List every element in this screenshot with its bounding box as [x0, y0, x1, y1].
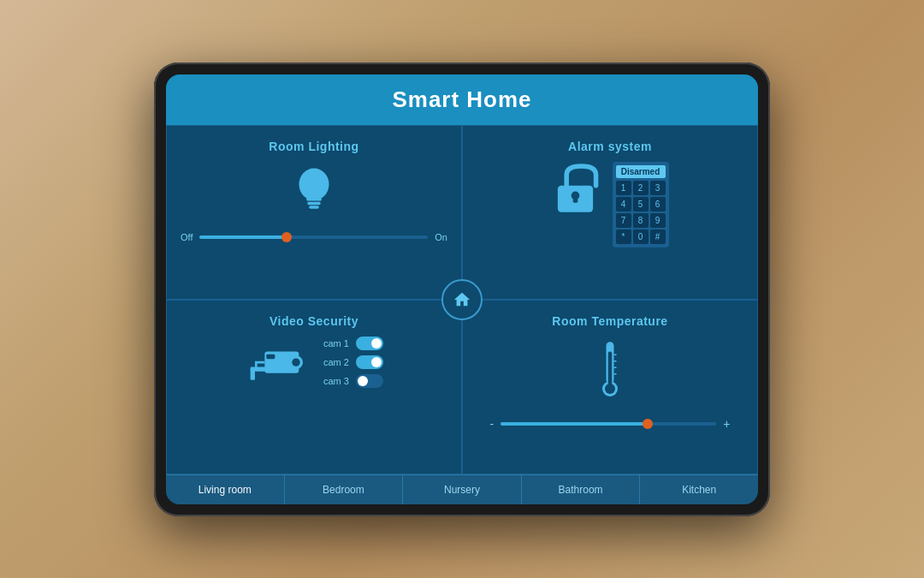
keypad-key-4[interactable]: 4: [616, 197, 631, 212]
security-content: cam 1 cam 2 cam 3: [181, 337, 447, 388]
video-security-panel: Video Security: [166, 300, 462, 474]
svg-rect-6: [572, 195, 578, 202]
keypad-key-2[interactable]: 2: [633, 181, 649, 195]
cam2-row: cam 2: [323, 355, 383, 369]
temp-track[interactable]: [500, 422, 716, 426]
tablet-screen: Smart Home Room Lighting: [166, 74, 758, 504]
nav-bedroom[interactable]: Bedroom: [285, 475, 404, 504]
bulb-icon: [288, 162, 340, 225]
nav-kitchen[interactable]: Kitchen: [640, 475, 758, 504]
app-header: Smart Home: [166, 74, 758, 125]
keypad-key-0[interactable]: 0: [633, 229, 649, 244]
main-grid: Room Lighting Off On: [166, 125, 758, 474]
cam1-label: cam 1: [323, 338, 351, 349]
lighting-track[interactable]: [199, 235, 428, 239]
video-security-title: Video Security: [270, 314, 358, 328]
cam3-knob: [358, 376, 368, 386]
keypad-key-star[interactable]: *: [616, 229, 631, 244]
alarm-keypad[interactable]: Disarmed 1 2 3 4 5 6 7 8 9 * 0: [613, 162, 669, 247]
cam1-knob: [371, 338, 382, 349]
alarm-system-panel: Alarm system Di: [462, 125, 758, 300]
temp-content: - +: [477, 337, 743, 431]
svg-rect-15: [608, 351, 613, 386]
home-icon: [453, 290, 471, 309]
room-temp-title: Room Temperature: [552, 314, 667, 328]
alarm-status: Disarmed: [616, 165, 666, 178]
nav-bathroom[interactable]: Bathroom: [522, 475, 641, 504]
cam3-label: cam 3: [323, 376, 351, 386]
cam3-toggle[interactable]: [356, 374, 383, 388]
lighting-thumb[interactable]: [281, 232, 292, 242]
keypad-key-1[interactable]: 1: [616, 181, 631, 195]
lock-icon: [552, 162, 599, 221]
temp-fill: [500, 422, 651, 426]
temp-minus-label: -: [490, 417, 495, 431]
svg-point-16: [605, 384, 615, 394]
cam2-label: cam 2: [323, 357, 351, 367]
lighting-off-label: Off: [181, 232, 192, 242]
temp-slider-container[interactable]: - +: [490, 417, 731, 431]
lighting-slider-container[interactable]: Off On: [181, 232, 447, 242]
temp-plus-label: +: [723, 417, 730, 431]
room-lighting-panel: Room Lighting Off On: [166, 125, 462, 300]
bottom-navigation: Living room Bedroom Nursery Bathroom Kit…: [166, 474, 758, 504]
svg-rect-2: [307, 201, 320, 205]
keypad-key-hash[interactable]: #: [650, 229, 666, 244]
tablet-frame: Smart Home Room Lighting: [154, 63, 770, 516]
keypad-key-8[interactable]: 8: [633, 213, 649, 228]
keypad-key-6[interactable]: 6: [650, 197, 666, 212]
home-button[interactable]: [441, 279, 483, 320]
cam-controls: cam 1 cam 2 cam 3: [323, 337, 383, 388]
alarm-title: Alarm system: [568, 140, 652, 153]
cam1-row: cam 1: [323, 337, 383, 350]
svg-point-11: [292, 359, 299, 366]
keypad-grid: 1 2 3 4 5 6 7 8 9 * 0 #: [616, 181, 666, 244]
keypad-key-7[interactable]: 7: [616, 213, 631, 228]
camera-icon: [245, 337, 313, 387]
alarm-content: Disarmed 1 2 3 4 5 6 7 8 9 * 0: [477, 162, 743, 247]
nav-living-room[interactable]: Living room: [166, 475, 285, 504]
svg-rect-3: [309, 206, 319, 209]
lighting-on-label: On: [435, 232, 447, 242]
cam1-toggle[interactable]: [356, 337, 383, 350]
lighting-fill: [199, 235, 291, 239]
keypad-key-5[interactable]: 5: [633, 197, 649, 212]
cam2-knob: [371, 357, 382, 367]
app-title: Smart Home: [166, 86, 758, 113]
keypad-key-3[interactable]: 3: [650, 181, 666, 195]
thermometer-icon: [597, 337, 623, 408]
svg-rect-1: [306, 198, 322, 201]
temp-thumb[interactable]: [643, 419, 653, 429]
room-temperature-panel: Room Temperature: [462, 300, 758, 474]
svg-point-0: [299, 168, 329, 200]
svg-rect-12: [266, 355, 275, 359]
cam3-row: cam 3: [323, 374, 383, 388]
nav-nursery[interactable]: Nursery: [403, 475, 522, 504]
keypad-key-9[interactable]: 9: [650, 213, 666, 228]
room-lighting-title: Room Lighting: [269, 140, 358, 153]
cam2-toggle[interactable]: [356, 355, 383, 369]
